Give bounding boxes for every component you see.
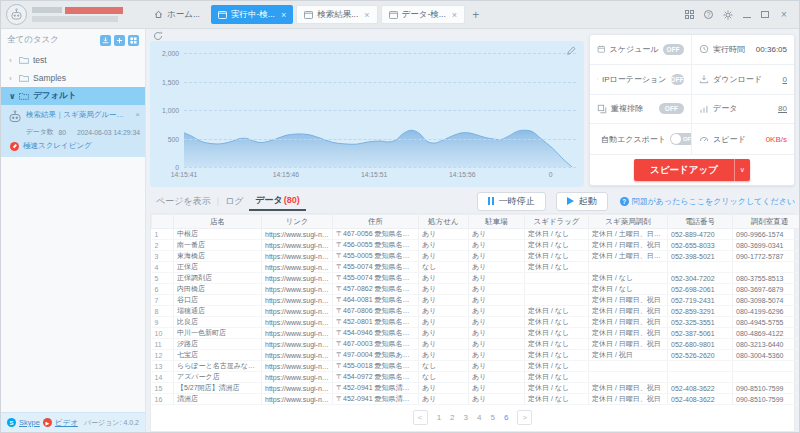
table-cell: [525, 284, 589, 295]
tab-close-icon[interactable]: ×: [452, 10, 457, 20]
skype-link[interactable]: Skype: [19, 418, 40, 427]
apps-grid-icon[interactable]: [684, 10, 694, 20]
refresh-icon[interactable]: [153, 31, 163, 41]
task-close-icon[interactable]: ×: [135, 110, 140, 119]
table-row[interactable]: 5正保調剤店https://www.sugi-net.jp/stor...〒45…: [152, 273, 800, 284]
data-count-value[interactable]: 80: [778, 104, 787, 113]
data-table-body: 1中根店https://www.sugi-net.jp/stor...〒467-…: [152, 229, 800, 405]
new-tab-button[interactable]: +: [472, 8, 479, 22]
table-row[interactable]: 2南一番店https://www.sugi-net.jp/stor...〒456…: [152, 240, 800, 251]
table-row[interactable]: 1中根店https://www.sugi-net.jp/stor...〒467-…: [152, 229, 800, 240]
table-row[interactable]: 6内田橋店https://www.sugi-net.jp/stor...〒457…: [152, 284, 800, 295]
table-cell: あり: [469, 295, 525, 306]
tab-log[interactable]: ログ: [219, 191, 249, 211]
table-cell: 定休日 / 土曜日、日曜日、...: [589, 251, 668, 262]
settings-gear-icon[interactable]: [723, 10, 733, 20]
edit-pencil-icon[interactable]: [566, 46, 576, 56]
table-row[interactable]: 15【5/27開店】清洲店https://www.sugi-net.jp/sto…: [152, 383, 800, 394]
pagination-prev-button[interactable]: <: [413, 410, 428, 425]
x-axis-tick: 14:15:41: [171, 171, 197, 178]
download-value[interactable]: 0: [783, 75, 787, 84]
table-cell: 内田橋店: [174, 284, 262, 295]
table-cell: 定休日 / 日曜日、祝日: [589, 328, 668, 339]
tab-search-result[interactable]: 検索結果... ×: [296, 5, 377, 24]
table-cell: 〒457-0862 愛知県名古屋...: [333, 284, 419, 295]
pagination-page-5[interactable]: 5: [490, 413, 494, 422]
close-icon[interactable]: ×: [779, 10, 789, 20]
speedup-dropdown-caret[interactable]: ∨: [734, 159, 750, 181]
pagination-page-4[interactable]: 4: [477, 413, 481, 422]
table-cell: https://www.sugi-net.jp/stor...: [262, 306, 333, 317]
ip-rotation-off-toggle[interactable]: OFF: [671, 74, 685, 85]
table-row[interactable]: 4正保店https://www.sugi-net.jp/stor...〒455-…: [152, 262, 800, 273]
table-cell: 080-4199-6296: [733, 306, 800, 317]
tab-show-pages[interactable]: ページを表示: [150, 191, 217, 211]
speedup-button[interactable]: スピードアップ ∨: [634, 159, 750, 181]
view-mode-icon[interactable]: [128, 35, 139, 46]
auto-export-toggle[interactable]: OFF: [670, 133, 692, 145]
tab-data[interactable]: データ-検... ×: [381, 5, 466, 24]
table-row[interactable]: 7谷口店https://www.sugi-net.jp/stor...〒464-…: [152, 295, 800, 306]
sidebar-folder-default[interactable]: ∨ デフォルト: [1, 87, 145, 105]
table-row[interactable]: 12七宝店https://www.sugi-net.jp/stor...〒497…: [152, 350, 800, 361]
table-cell: 〒452-0801 愛知県名古屋...: [333, 317, 419, 328]
table-cell: あり: [419, 350, 469, 361]
folder-name: Samples: [33, 73, 66, 83]
run-settings-panel: スケジュール OFF 実行時間 00:36:05 IPローテーション OFF: [589, 34, 795, 186]
import-task-icon[interactable]: [100, 35, 111, 46]
table-cell: 中川一色新町店: [174, 328, 262, 339]
table-row[interactable]: 11汐路店https://www.sugi-net.jp/stor...〒467…: [152, 339, 800, 350]
task-card[interactable]: 検索結果｜スギ薬局グループ お客様サイト... × データ数 80 2024-0…: [1, 105, 145, 157]
x-axis-tick: 14:15:46: [273, 171, 299, 178]
sidebar-folder-samples[interactable]: › Samples: [1, 69, 145, 87]
minimize-icon[interactable]: [743, 17, 751, 18]
pagination-next-button[interactable]: >: [517, 410, 532, 425]
tab-home[interactable]: ホーム...: [146, 9, 208, 21]
table-row[interactable]: 16清洲店https://www.sugi-net.jp/stor...〒452…: [152, 394, 800, 405]
table-cell: 11: [152, 339, 174, 350]
tab-data-active[interactable]: データ(80): [249, 191, 305, 211]
table-row[interactable]: 10中川一色新町店https://www.sugi-net.jp/stor...…: [152, 328, 800, 339]
tab-close-icon[interactable]: ×: [364, 10, 369, 20]
pause-button[interactable]: 一時停止: [477, 192, 546, 211]
sidebar-folder-test[interactable]: › test: [1, 51, 145, 69]
table-row[interactable]: 9比良店https://www.sugi-net.jp/stor...〒452-…: [152, 317, 800, 328]
table-cell: あり: [469, 394, 525, 405]
tab-running-task[interactable]: 実行中-検... ×: [211, 5, 293, 24]
table-row[interactable]: 8瑞穂通店https://www.sugi-net.jp/stor...〒467…: [152, 306, 800, 317]
table-cell: 080-4945-5755: [733, 317, 800, 328]
version-label: バージョン: 4.0.2: [84, 418, 139, 428]
table-cell: 定休日 / 日曜日、祝日: [589, 306, 668, 317]
pagination-page-3[interactable]: 3: [464, 413, 468, 422]
start-button[interactable]: 起動: [556, 192, 608, 211]
schedule-off-toggle[interactable]: OFF: [663, 44, 684, 55]
table-cell: [668, 262, 733, 273]
table-cell: 定休日 / なし: [525, 317, 589, 328]
table-cell: 定休日 / なし: [525, 262, 589, 273]
app-window: ホーム... 実行中-検... × 検索結果... × データ-検... × +: [0, 0, 800, 433]
table-cell: 清洲店: [174, 394, 262, 405]
pagination-page-6[interactable]: 6: [504, 413, 508, 422]
tab-close-icon[interactable]: ×: [281, 10, 286, 20]
maximize-icon[interactable]: [761, 11, 769, 18]
table-cell: あり: [419, 306, 469, 317]
table-row[interactable]: 3東海橋店https://www.sugi-net.jp/stor...〒455…: [152, 251, 800, 262]
robot-logo-icon: [10, 8, 23, 21]
y-axis-tick: 2,000: [162, 50, 179, 57]
main-area: 05001,0001,5002,00014:15:4114:15:4614:15…: [146, 29, 799, 432]
task-title: 検索結果｜スギ薬局グループ お客様サイト...: [26, 110, 131, 119]
table-row[interactable]: 13ららぽーと名古屋みなとア...https://www.sugi-net.jp…: [152, 361, 800, 372]
column-header: [152, 215, 174, 229]
pagination-page-1[interactable]: 1: [437, 413, 441, 422]
pagination-page-2[interactable]: 2: [450, 413, 454, 422]
table-row[interactable]: 14アズパーク店https://www.sugi-net.jp/stor...〒…: [152, 372, 800, 383]
new-folder-icon[interactable]: [114, 35, 125, 46]
video-link[interactable]: ビデオ: [55, 418, 78, 428]
table-cell: 15: [152, 383, 174, 394]
report-problem-link[interactable]: ? 問題があったらここをクリックしてください: [620, 196, 795, 207]
table-cell: 谷口店: [174, 295, 262, 306]
table-cell: あり: [419, 295, 469, 306]
dedup-off-toggle[interactable]: OFF: [659, 103, 684, 114]
table-cell: 比良店: [174, 317, 262, 328]
help-icon[interactable]: ?: [704, 10, 713, 19]
